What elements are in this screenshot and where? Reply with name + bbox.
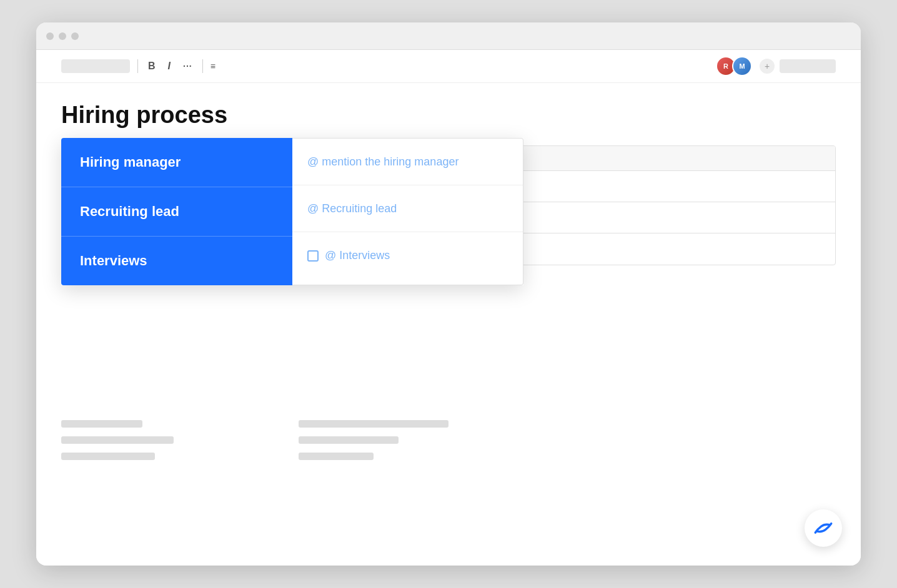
italic-button[interactable]: I [166,59,173,73]
toolbar-divider-2 [202,59,203,73]
ph-right-1 [299,420,448,428]
title-bar [36,22,861,50]
avatar-user-m: M [732,56,752,76]
lower-col-left [61,420,174,460]
option-recruiting-lead-text: @ Recruiting lead [307,202,397,215]
ph-left-2 [61,436,174,444]
bold-button[interactable]: B [146,59,158,73]
option-recruiting-lead[interactable]: @ Recruiting lead [292,185,523,232]
confluence-logo-icon [813,517,834,539]
add-collaborator-button[interactable]: + [760,59,775,74]
align-button[interactable]: ≡ [211,61,216,71]
option-hiring-manager-text: @ mention the hiring manager [307,155,458,169]
option-interviews-checkbox[interactable] [307,250,319,262]
ph-right-2 [299,436,399,444]
menu-item-interviews[interactable]: Interviews [61,237,292,285]
option-interviews[interactable]: @ Interviews [292,232,523,279]
more-formatting-button[interactable]: ··· [181,60,195,72]
lower-col-right [299,420,448,460]
avatar-group: R M [716,56,752,76]
traffic-light-minimize[interactable] [59,32,66,40]
toolbar-style-dropdown[interactable] [61,59,130,73]
menu-item-recruiting-lead[interactable]: Recruiting lead [61,187,292,237]
ph-left-1 [61,420,142,428]
browser-content: B I ··· ≡ R M + Hiring process [36,50,861,566]
traffic-light-close[interactable] [46,32,54,40]
menu-item-interviews-label: Interviews [80,253,147,268]
ph-right-3 [299,453,374,460]
ph-left-3 [61,453,155,460]
confluence-fab[interactable] [805,509,842,547]
menu-labels: Hiring manager Recruiting lead Interview… [61,138,292,285]
dropdown-menu: Hiring manager Recruiting lead Interview… [61,138,523,285]
option-hiring-manager[interactable]: @ mention the hiring manager [292,139,523,185]
toolbar-right: R M + [716,56,836,76]
menu-item-recruiting-lead-label: Recruiting lead [80,203,179,219]
toolbar-divider-1 [137,59,138,73]
menu-options: @ mention the hiring manager @ Recruitin… [292,138,523,285]
menu-item-hiring-manager-label: Hiring manager [80,154,181,170]
toolbar: B I ··· ≡ R M + [36,50,861,83]
page-title: Hiring process [61,102,836,129]
share-button[interactable] [780,59,836,73]
lower-columns [61,420,836,460]
browser-window: B I ··· ≡ R M + Hiring process [36,22,861,566]
option-interviews-text: @ Interviews [325,249,390,262]
traffic-light-maximize[interactable] [71,32,79,40]
page-content: Hiring process [36,83,861,166]
menu-item-hiring-manager[interactable]: Hiring manager [61,138,292,187]
lower-content [61,420,836,460]
